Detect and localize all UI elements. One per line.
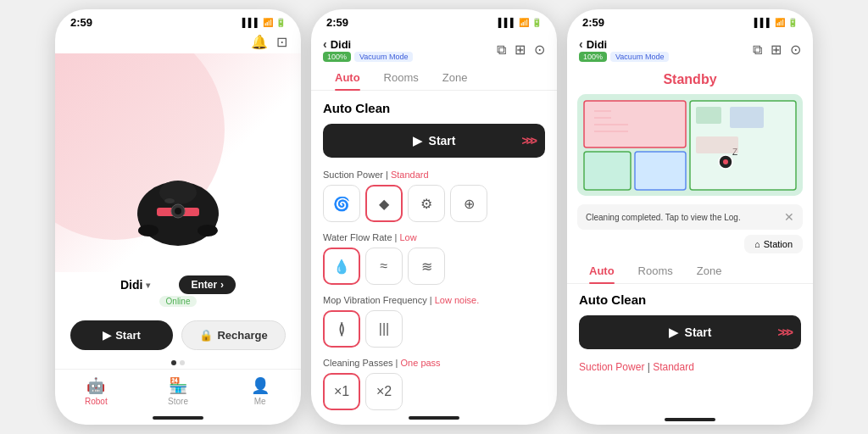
phone-screen1: 2:59 ▌▌▌ 📶 🔋 🔔 ⊡	[55, 9, 301, 425]
cleaning-passes-setting: Cleaning Passes | One pass ×1 ×2	[323, 358, 545, 410]
store-nav-icon: 🏪	[169, 376, 187, 395]
time-3: 2:59	[582, 16, 604, 29]
suction-opt-2[interactable]: ◆	[365, 185, 403, 222]
play-icon-s2: ▶	[413, 134, 422, 147]
home-bar-3	[665, 418, 715, 421]
phone-screen3: 2:59 ▌▌▌ 📶 🔋 ‹ Didi 100% Vacuum Mode ⧉ ⊞…	[567, 9, 813, 425]
grid-icon-3[interactable]: ⊞	[771, 42, 782, 58]
back-icon[interactable]: ‹	[323, 37, 327, 51]
tab-auto-2[interactable]: Auto	[323, 65, 372, 90]
tab-rooms-3[interactable]: Rooms	[626, 259, 685, 283]
mode-badge-3: Vacuum Mode	[610, 52, 669, 62]
action-buttons: ▶ Start 🔒 Recharge	[55, 314, 301, 357]
nav-me[interactable]: 👤 Me	[219, 376, 301, 406]
battery-badge-3: 100%	[579, 52, 607, 62]
svg-rect-11	[635, 152, 686, 190]
wifi-icon-2: 📶	[519, 18, 529, 27]
screen3-header: ‹ Didi 100% Vacuum Mode ⧉ ⊞ ⊙	[567, 32, 813, 65]
passes-opt-1[interactable]: ×1	[323, 373, 360, 410]
passes-label: Cleaning Passes | One pass	[323, 358, 545, 368]
chevron-down-icon[interactable]: ▾	[146, 281, 150, 290]
grid-icon[interactable]: ⊞	[515, 42, 526, 58]
svg-rect-10	[584, 152, 631, 190]
floor-map[interactable]: Z	[577, 94, 803, 196]
layers-icon[interactable]: ⧉	[497, 42, 506, 58]
settings-icon-3[interactable]: ⊙	[790, 42, 801, 58]
start-button-s1[interactable]: ▶ Start	[70, 320, 173, 350]
svg-rect-9	[584, 101, 686, 147]
scan-icon[interactable]: ⊡	[276, 34, 287, 50]
carousel-dots	[55, 357, 301, 369]
toast-close-icon[interactable]: ✕	[784, 210, 794, 224]
online-badge: Online	[159, 296, 198, 307]
device-name-3: Didi	[587, 38, 608, 51]
water-opt-1[interactable]: 💧	[323, 248, 360, 285]
map-svg: Z	[577, 94, 803, 196]
toast-notification[interactable]: Cleaning completed. Tap to view the Log.…	[577, 204, 803, 230]
header-left: ‹ Didi 100% Vacuum Mode	[323, 37, 413, 62]
recharge-button[interactable]: 🔒 Recharge	[181, 320, 286, 350]
layers-icon-3[interactable]: ⧉	[753, 42, 762, 58]
tab-rooms-2[interactable]: Rooms	[372, 65, 431, 90]
passes-opt-2[interactable]: ×2	[365, 373, 403, 410]
mop-vibration-setting: Mop Vibration Frequency | Low noise. ≬ |…	[323, 295, 545, 348]
battery-icon-2: 🔋	[531, 18, 542, 27]
screen2-content: Auto Clean ▶ Start >>> Suction Power | S…	[311, 91, 557, 413]
tab-zone-2[interactable]: Zone	[431, 65, 480, 90]
svg-point-4	[175, 208, 181, 214]
auto-clean-title: Auto Clean	[323, 101, 545, 115]
tabs-row-3: Auto Rooms Zone	[567, 259, 813, 284]
time-2: 2:59	[326, 16, 348, 29]
screen3-content: Auto Clean ▶ Start >>> Suction Power | S…	[567, 284, 813, 416]
battery-icon-3: 🔋	[787, 18, 798, 27]
tab-auto-3[interactable]: Auto	[577, 259, 626, 283]
back-icon-3[interactable]: ‹	[579, 37, 583, 51]
water-opt-3[interactable]: ≋	[408, 248, 445, 285]
suction-label: Suction Power | Standard	[323, 170, 545, 180]
robot-image	[123, 167, 233, 255]
tab-zone-3[interactable]: Zone	[685, 259, 734, 283]
header-right-3: ⧉ ⊞ ⊙	[753, 42, 801, 58]
header-left-3: ‹ Didi 100% Vacuum Mode	[579, 37, 669, 62]
nav-robot[interactable]: 🤖 Robot	[55, 376, 137, 406]
standby-title: Standby	[567, 65, 813, 91]
water-label: Water Flow Rate | Low	[323, 232, 545, 242]
nav-store[interactable]: 🏪 Store	[137, 376, 220, 406]
phone-screen2: 2:59 ▌▌▌ 📶 🔋 ‹ Didi 100% Vacuum Mode ⧉ ⊞…	[311, 9, 557, 425]
notification-icon[interactable]: 🔔	[251, 34, 268, 50]
mop-opt-2[interactable]: |||	[365, 310, 403, 348]
suction-opt-1[interactable]: 🌀	[323, 185, 360, 222]
station-button[interactable]: ⌂ Station	[744, 235, 803, 253]
svg-point-7	[164, 198, 175, 203]
status-icons-3: ▌▌▌ 📶 🔋	[754, 18, 798, 27]
signal-icon: ▌▌▌	[242, 18, 260, 27]
device-name-1: Didi	[120, 278, 142, 292]
nav-store-label: Store	[168, 397, 188, 406]
wifi-icon: 📶	[263, 18, 273, 27]
station-icon: ⌂	[754, 239, 760, 249]
water-opt-2[interactable]: ≈	[365, 248, 403, 285]
water-flow-setting: Water Flow Rate | Low 💧 ≈ ≋	[323, 232, 545, 285]
water-options: 💧 ≈ ≋	[323, 248, 545, 285]
chevron-arrows: >>>	[521, 134, 535, 147]
settings-icon[interactable]: ⊙	[534, 42, 545, 58]
nav-me-label: Me	[254, 397, 266, 406]
status-bar-1: 2:59 ▌▌▌ 📶 🔋	[55, 9, 301, 32]
mode-badge-2: Vacuum Mode	[354, 52, 413, 62]
start-button-s2[interactable]: ▶ Start >>>	[323, 124, 545, 158]
lock-icon: 🔒	[199, 329, 213, 342]
station-btn-row: ⌂ Station	[567, 235, 813, 259]
suction-opt-3[interactable]: ⚙	[408, 185, 445, 222]
start-button-s3[interactable]: ▶ Start >>>	[579, 315, 801, 349]
screen2-header: ‹ Didi 100% Vacuum Mode ⧉ ⊞ ⊙	[311, 32, 557, 65]
svg-rect-22	[696, 136, 738, 153]
dot-2	[180, 360, 185, 365]
header-right: ⧉ ⊞ ⊙	[497, 42, 545, 58]
signal-icon-2: ▌▌▌	[498, 18, 516, 27]
enter-button[interactable]: Enter ›	[179, 275, 236, 294]
suction-opt-4[interactable]: ⊕	[450, 185, 487, 222]
svg-point-18	[723, 159, 728, 164]
svg-rect-20	[696, 107, 721, 124]
mop-opt-1[interactable]: ≬	[323, 310, 360, 348]
status-bar-3: 2:59 ▌▌▌ 📶 🔋	[567, 9, 813, 32]
